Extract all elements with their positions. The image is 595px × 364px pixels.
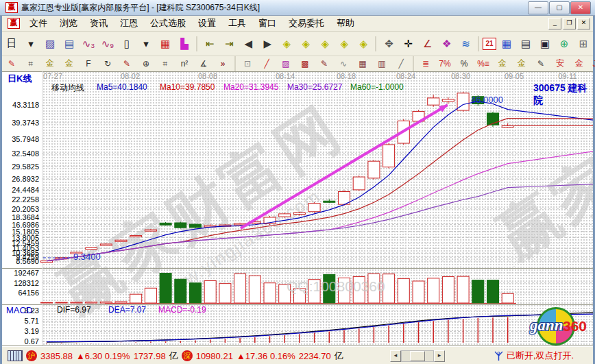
- export-pc-icon[interactable]: ⊞: [574, 35, 592, 53]
- crosshair-icon[interactable]: ✛: [400, 35, 417, 53]
- nav-forward-icon[interactable]: ▶: [258, 35, 276, 53]
- date-axis-label: 08-14: [268, 72, 302, 80]
- sz-change: ▲17.36 0.16%: [236, 351, 295, 361]
- time-cycle-icon[interactable]: ⊕: [137, 57, 155, 70]
- zoom-diamond-in-icon[interactable]: ◈: [335, 35, 353, 53]
- zoom-diamond-h-icon[interactable]: ◈: [316, 35, 334, 53]
- calendar-21-icon[interactable]: 21: [483, 38, 496, 50]
- zoom-diamond-right-icon[interactable]: ◈: [297, 35, 315, 53]
- export-web-icon[interactable]: ⊕: [555, 35, 573, 53]
- zoom-diamond-out-icon[interactable]: ◈: [354, 35, 372, 53]
- menu-item-0[interactable]: 文件: [23, 16, 53, 31]
- angle-measure-icon[interactable]: ∠: [419, 35, 437, 53]
- toolbar-separator: [413, 56, 414, 71]
- mdi-close-button[interactable]: ✕: [577, 18, 590, 29]
- n-squared-icon[interactable]: n²: [175, 57, 193, 70]
- menu-item-4[interactable]: 公式选股: [144, 16, 192, 31]
- stock-code-label: 300675 建科院: [533, 82, 593, 107]
- pct-icon[interactable]: %: [455, 57, 473, 70]
- spiral-icon[interactable]: ↻: [99, 57, 117, 70]
- chart-area[interactable]: 赢家财富网 www.yingjia360.com 赢家财富网 43.311839…: [2, 71, 593, 346]
- status-bar: 沪 3385.88 ▲6.30 0.19% 1737.98亿 深 10980.2…: [2, 346, 593, 364]
- gold-grid2-icon[interactable]: 金: [60, 57, 78, 70]
- red-pen-icon[interactable]: ✎: [118, 57, 136, 70]
- ma5-value: Ma5=40.1840: [97, 82, 147, 92]
- keyboard-icon[interactable]: [8, 350, 23, 361]
- mirror-angle-icon[interactable]: ∡: [195, 57, 212, 70]
- pencil-icon[interactable]: ✎: [315, 57, 333, 70]
- gold-circle-icon[interactable]: 金: [494, 57, 511, 70]
- pct-line-icon[interactable]: %≡: [474, 57, 492, 70]
- magic-box-icon[interactable]: ▨: [41, 35, 59, 53]
- an-tool-icon[interactable]: 安: [551, 57, 569, 70]
- f-grid-icon[interactable]: F: [80, 57, 97, 70]
- mdi-restore-button[interactable]: ❐: [563, 18, 576, 29]
- j-angle-icon[interactable]: J∠: [590, 57, 595, 70]
- scroll-right-button[interactable]: ▸: [434, 350, 445, 362]
- zoom-diamond-left-icon[interactable]: ◈: [278, 35, 295, 53]
- gold-red-icon[interactable]: 金: [570, 57, 588, 70]
- wave-tool-icon[interactable]: ∿: [335, 57, 352, 70]
- info-list-icon[interactable]: ▤: [60, 35, 78, 53]
- nav-back-icon[interactable]: ◀: [239, 35, 257, 53]
- scroll-left-button[interactable]: ◂: [390, 350, 401, 362]
- shade-grid2-icon[interactable]: ▩: [296, 57, 314, 70]
- brush-icon[interactable]: ✎: [3, 57, 21, 70]
- menu-item-8[interactable]: 交易委托: [282, 16, 330, 31]
- maximize-button[interactable]: ▢: [549, 1, 570, 14]
- volume-axis-label: 192467: [3, 269, 39, 277]
- status-scrollbar[interactable]: [401, 350, 434, 362]
- menu-item-9[interactable]: 帮助: [330, 16, 361, 31]
- dropdown-caret-icon[interactable]: ▾: [22, 35, 40, 53]
- grid4-icon[interactable]: ▥: [373, 57, 391, 70]
- date-axis-label: 08-18: [329, 72, 363, 80]
- menu-item-3[interactable]: 江恩: [114, 16, 144, 31]
- volume-axis-label: 64156: [3, 289, 39, 297]
- menu-item-2[interactable]: 资讯: [84, 16, 114, 31]
- grid3-icon[interactable]: ▦: [354, 57, 372, 70]
- scrollbar-thumb[interactable]: [410, 351, 425, 361]
- fan-lines-icon[interactable]: ╱: [258, 57, 276, 70]
- menu-item-1[interactable]: 浏览: [53, 16, 84, 31]
- wave-9-icon[interactable]: ∿₉: [99, 35, 117, 53]
- shade-grid-icon[interactable]: ▨: [277, 57, 295, 70]
- dropdown-caret-icon[interactable]: ▾: [137, 35, 155, 53]
- calculator-icon[interactable]: ▦: [498, 35, 515, 53]
- notepad-icon[interactable]: ▤: [517, 35, 535, 53]
- grid-tool-icon[interactable]: ⌗: [22, 57, 40, 70]
- minimize-button[interactable]: —: [528, 1, 548, 14]
- sz-amount: 2234.70: [299, 351, 331, 361]
- annotation-low-price: 9.3400: [73, 252, 101, 262]
- gann360-logo: gann 360: [522, 307, 592, 346]
- kline-display-icon[interactable]: 日: [3, 35, 21, 53]
- nav-last-icon[interactable]: ⇥: [220, 35, 238, 53]
- seven-pct-icon[interactable]: 7%: [436, 57, 454, 70]
- candle-style-icon[interactable]: ▯: [118, 35, 136, 53]
- nav-first-icon[interactable]: ⇤: [201, 35, 219, 53]
- gann-grid-icon[interactable]: ▦: [156, 35, 174, 53]
- gold-grid-icon[interactable]: 金: [41, 57, 59, 70]
- color-bars-icon[interactable]: ▙: [175, 35, 193, 53]
- macd-axis-label: 0.67: [3, 337, 39, 345]
- wave-3-icon[interactable]: ∿₃: [80, 35, 97, 53]
- menu-item-6[interactable]: 工具: [222, 16, 252, 31]
- save-icon[interactable]: ▣: [536, 35, 554, 53]
- price-ladder-icon[interactable]: ≣: [417, 57, 435, 70]
- date-axis-label: 08-30: [444, 72, 478, 80]
- app-logo-icon: 赢: [5, 2, 18, 13]
- macd-pane-label: MACD: [6, 305, 32, 315]
- box-select-icon[interactable]: ⊡: [239, 57, 256, 70]
- dense-grid-icon[interactable]: ⌗: [156, 57, 174, 70]
- slant-icon[interactable]: ╱: [392, 57, 410, 70]
- menu-item-7[interactable]: 窗口: [252, 16, 282, 31]
- cloud-icon[interactable]: ≋: [457, 35, 475, 53]
- grape-icon[interactable]: ❖: [438, 35, 456, 53]
- mdi-minimize-button[interactable]: _: [548, 18, 561, 29]
- ma30-value: Ma30=25.6727: [287, 82, 342, 92]
- menu-item-5[interactable]: 设置: [192, 16, 222, 31]
- flag-pen-icon[interactable]: ✎: [532, 57, 550, 70]
- gold-lines-icon[interactable]: 金: [513, 57, 531, 70]
- more-chevron-icon[interactable]: »: [214, 57, 232, 70]
- hand-tool-icon[interactable]: ✥: [380, 35, 398, 53]
- close-button[interactable]: ✕: [570, 1, 591, 14]
